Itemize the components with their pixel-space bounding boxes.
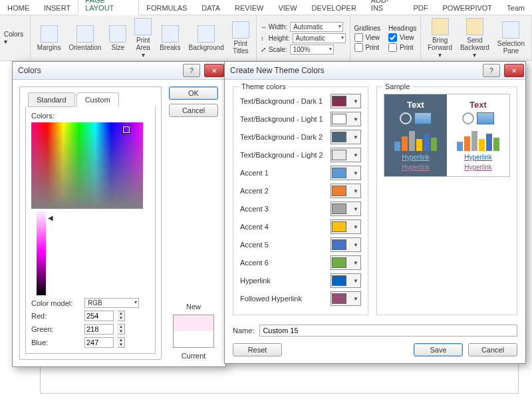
- theme-color-dropdown[interactable]: ▼: [331, 291, 361, 306]
- selection-pane-button[interactable]: Selection Pane: [495, 20, 527, 56]
- red-label: Red:: [31, 312, 80, 320]
- help-button[interactable]: ?: [183, 64, 200, 77]
- theme-color-dropdown[interactable]: ▼: [331, 166, 361, 180]
- theme-color-dropdown[interactable]: ▼: [331, 202, 361, 216]
- headings-view-check[interactable]: [388, 33, 397, 42]
- send-backward-button[interactable]: Send Backward ▾: [458, 17, 492, 60]
- scale-combo[interactable]: 100%: [290, 45, 334, 55]
- theme-color-label: Text/Background - Dark 2: [240, 133, 325, 141]
- ribbon-tab-pdf[interactable]: PDF: [406, 1, 436, 15]
- theme-color-dropdown[interactable]: ▼: [331, 219, 361, 234]
- theme-color-label: Text/Background - Light 1: [240, 115, 325, 123]
- theme-color-label: Accent 4: [240, 223, 325, 231]
- theme-color-dropdown[interactable]: ▼: [331, 237, 361, 252]
- gridlines-view-check[interactable]: [354, 33, 363, 42]
- ribbon-tab-team[interactable]: Team: [499, 1, 532, 15]
- theme-color-row: Accent 3▼: [240, 202, 361, 216]
- size-button[interactable]: Size: [106, 24, 129, 53]
- theme-color-label: Accent 5: [240, 241, 325, 249]
- print-area-button[interactable]: Print Area ▾: [132, 17, 154, 60]
- ribbon-tab-developer[interactable]: DEVELOPER: [305, 1, 364, 15]
- ribbon-tab-view[interactable]: VIEW: [271, 1, 304, 15]
- blue-label: Blue:: [31, 339, 80, 346]
- colors-titlebar[interactable]: Colors ? ✕: [13, 62, 225, 80]
- theme-help-button[interactable]: ?: [483, 64, 500, 77]
- theme-color-row: Accent 5▼: [240, 237, 361, 252]
- current-label: Current: [182, 352, 206, 360]
- theme-color-label: Accent 2: [240, 187, 325, 195]
- gridlines-label: Gridlines: [354, 25, 380, 32]
- background-button[interactable]: Background: [186, 24, 226, 53]
- green-spin[interactable]: ▲▼: [118, 324, 125, 335]
- theme-color-row: Text/Background - Light 2▼: [240, 148, 361, 162]
- ribbon-tab-add-ins[interactable]: ADD-INS: [364, 0, 406, 15]
- ribbon-tab-formulas[interactable]: FORMULAS: [139, 1, 194, 15]
- ribbon-tab-page-layout[interactable]: PAGE LAYOUT: [78, 0, 139, 15]
- theme-color-label: Hyperlink: [240, 277, 325, 285]
- colors-label: Colors:: [31, 112, 150, 120]
- ribbon-tab-review[interactable]: REVIEW: [227, 1, 271, 15]
- print-titles-button[interactable]: Print Titles: [229, 20, 252, 56]
- reset-button[interactable]: Reset: [233, 343, 282, 356]
- bring-forward-button[interactable]: Bring Forward ▾: [425, 17, 455, 60]
- theme-color-dropdown[interactable]: ▼: [331, 184, 361, 198]
- close-button[interactable]: ✕: [204, 64, 224, 77]
- theme-color-dropdown[interactable]: ▼: [331, 94, 361, 108]
- ribbon-tab-home[interactable]: HOME: [0, 1, 37, 15]
- scale-label: Scale:: [269, 46, 287, 53]
- theme-color-dropdown[interactable]: ▼: [331, 148, 361, 162]
- theme-color-dropdown[interactable]: ▼: [331, 130, 361, 144]
- theme-color-row: Accent 2▼: [240, 184, 361, 198]
- blue-spin[interactable]: ▲▼: [118, 337, 125, 348]
- theme-color-label: Accent 3: [240, 205, 325, 213]
- theme-color-label: Text/Background - Dark 1: [240, 97, 325, 105]
- color-spectrum[interactable]: [31, 122, 143, 209]
- ribbon-tab-insert[interactable]: INSERT: [37, 1, 78, 15]
- theme-name-input[interactable]: [259, 325, 517, 337]
- red-input[interactable]: [84, 311, 114, 321]
- red-spin[interactable]: ▲▼: [118, 311, 125, 321]
- green-label: Green:: [31, 325, 80, 333]
- blue-input[interactable]: [84, 337, 114, 348]
- ribbon-tab-powerpivot[interactable]: POWERPIVOT: [436, 1, 500, 15]
- gridlines-print-check[interactable]: [354, 43, 363, 52]
- theme-cancel-button[interactable]: Cancel: [468, 343, 517, 356]
- theme-color-label: Text/Background - Light 2: [240, 151, 325, 159]
- orientation-button[interactable]: Orientation: [66, 24, 104, 53]
- theme-color-dropdown[interactable]: ▼: [331, 112, 361, 126]
- width-combo[interactable]: Automatic: [290, 22, 343, 32]
- theme-color-dropdown[interactable]: ▼: [331, 255, 361, 270]
- theme-color-label: Accent 6: [240, 259, 325, 267]
- height-combo[interactable]: Automatic: [293, 33, 346, 43]
- theme-color-dropdown[interactable]: ▼: [331, 273, 361, 288]
- theme-color-row: Text/Background - Light 1▼: [240, 112, 361, 126]
- ok-button[interactable]: OK: [169, 86, 218, 100]
- ribbon: Colors ▾ Margins Orientation Size Print …: [0, 15, 532, 61]
- tab-standard[interactable]: Standard: [28, 92, 75, 107]
- new-label: New: [186, 303, 201, 311]
- color-model-combo[interactable]: RGB: [84, 298, 139, 308]
- colors-title: Colors: [18, 66, 41, 75]
- new-current-swatch: [173, 315, 214, 348]
- green-input[interactable]: [84, 324, 114, 335]
- theme-color-row: Followed Hyperlink▼: [240, 291, 361, 306]
- theme-color-row: Text/Background - Dark 2▼: [240, 130, 361, 144]
- tab-custom[interactable]: Custom: [76, 92, 119, 107]
- headings-print-check[interactable]: [388, 43, 397, 52]
- theme-titlebar[interactable]: Create New Theme Colors ? ✕: [225, 62, 525, 80]
- theme-close-button[interactable]: ✕: [504, 64, 524, 77]
- theme-color-label: Followed Hyperlink: [240, 295, 325, 303]
- theme-colors-legend: Theme colors: [239, 82, 289, 90]
- color-model-label: Color model:: [31, 299, 80, 307]
- theme-color-row: Text/Background - Dark 1▼: [240, 94, 361, 108]
- margins-button[interactable]: Margins: [35, 24, 64, 53]
- save-button[interactable]: Save: [414, 343, 463, 356]
- ribbon-tab-data[interactable]: DATA: [194, 1, 227, 15]
- colors-dropdown[interactable]: Colors ▾: [4, 31, 26, 45]
- breaks-button[interactable]: Breaks: [157, 24, 183, 53]
- lightness-bar[interactable]: ◀: [37, 209, 46, 295]
- cancel-button[interactable]: Cancel: [169, 104, 218, 117]
- theme-colors-dialog: Create New Theme Colors ? ✕ Theme colors…: [224, 61, 526, 364]
- sample-legend: Sample: [382, 82, 412, 90]
- width-label: Width:: [269, 23, 287, 31]
